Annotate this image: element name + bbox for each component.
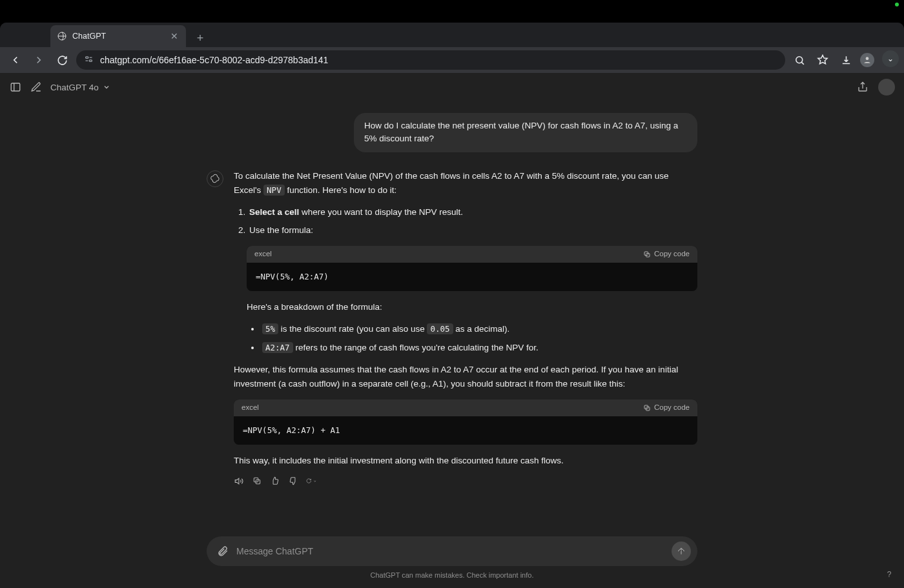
chevron-down-icon <box>103 83 110 91</box>
assistant-message-row: To calculate the Net Present Value (NPV)… <box>207 169 697 487</box>
steps-list: Select a cell where you want to display … <box>234 205 697 238</box>
thumbs-down-icon[interactable] <box>288 476 298 486</box>
code-lang: excel <box>241 401 643 414</box>
tab-strip: ChatGPT ✕ + <box>0 23 904 47</box>
svg-rect-2 <box>89 60 92 62</box>
profile-avatar[interactable] <box>860 53 874 67</box>
tab-close-icon[interactable]: ✕ <box>169 31 180 41</box>
list-item: A2:A7 refers to the range of cash flows … <box>261 341 697 355</box>
url-text: chatgpt.com/c/66ef16ae-5c70-8002-acd9-d2… <box>100 55 777 65</box>
page-content: ChatGPT 4o How do I calculate the net pr… <box>0 73 904 588</box>
model-name: ChatGPT 4o <box>50 83 99 92</box>
copy-icon[interactable] <box>252 476 262 486</box>
back-button[interactable] <box>6 51 25 69</box>
new-tab-button[interactable]: + <box>191 29 209 47</box>
downloads-icon[interactable] <box>837 51 855 69</box>
chatgpt-favicon-icon <box>57 31 67 41</box>
breakdown-list: 5% is the discount rate (you can also us… <box>247 322 697 355</box>
composer-area: ChatGPT can make mistakes. Check importa… <box>0 536 904 588</box>
help-button[interactable]: ? <box>883 570 895 582</box>
list-item: Select a cell where you want to display … <box>248 205 697 219</box>
attach-icon[interactable] <box>217 545 229 557</box>
breakdown-intro: Here's a breakdown of the formula: <box>247 300 697 314</box>
inline-code: NPV <box>263 185 285 196</box>
thumbs-up-icon[interactable] <box>270 476 280 486</box>
forward-button[interactable] <box>30 51 48 69</box>
regenerate-icon[interactable] <box>306 476 316 486</box>
address-bar[interactable]: chatgpt.com/c/66ef16ae-5c70-8002-acd9-d2… <box>76 50 785 70</box>
maximize-dot[interactable] <box>895 3 899 6</box>
app-header: ChatGPT 4o <box>0 73 904 101</box>
chat-scroll-area[interactable]: How do I calculate the net present value… <box>0 101 904 536</box>
user-message-bubble[interactable]: How do I calculate the net present value… <box>354 113 697 152</box>
model-selector[interactable]: ChatGPT 4o <box>50 83 110 92</box>
code-block: excel Copy code =NPV(5%, A2:A7) <box>247 246 697 292</box>
new-chat-icon[interactable] <box>30 81 43 94</box>
browser-window: ChatGPT ✕ + ⌄ chatgpt.com/c/66ef16ae-5c7… <box>0 23 904 588</box>
browser-tab[interactable]: ChatGPT ✕ <box>50 25 186 47</box>
however-para: However, this formula assumes that the c… <box>234 363 697 392</box>
code-block: excel Copy code =NPV(5%, A2:A7) + A1 <box>234 400 697 445</box>
svg-point-3 <box>796 56 802 63</box>
disclaimer-text: ChatGPT can make mistakes. Check importa… <box>371 571 534 579</box>
svg-rect-8 <box>11 83 20 91</box>
code-content[interactable]: =NPV(5%, A2:A7) <box>247 263 697 292</box>
bookmark-icon[interactable] <box>814 51 832 69</box>
sidebar-toggle-icon[interactable] <box>9 81 22 94</box>
code-content[interactable]: =NPV(5%, A2:A7) + A1 <box>234 416 697 445</box>
code-lang: excel <box>254 248 643 260</box>
assistant-avatar-icon <box>207 170 223 187</box>
list-item: 5% is the discount rate (you can also us… <box>261 322 697 336</box>
user-message-row: How do I calculate the net present value… <box>207 113 697 152</box>
tab-title: ChatGPT <box>72 32 164 41</box>
share-icon[interactable] <box>856 81 869 94</box>
site-settings-icon[interactable] <box>84 54 94 66</box>
copy-code-button[interactable]: Copy code <box>643 401 690 414</box>
copy-code-button[interactable]: Copy code <box>643 248 690 260</box>
list-item: Use the formula: <box>248 223 697 238</box>
search-icon[interactable] <box>790 51 808 69</box>
assistant-message-body: To calculate the Net Present Value (NPV)… <box>234 169 697 487</box>
macos-traffic-lights <box>895 3 899 6</box>
read-aloud-icon[interactable] <box>234 476 244 486</box>
svg-rect-1 <box>86 57 88 59</box>
closing-para: This way, it includes the initial invest… <box>234 454 697 468</box>
message-input[interactable] <box>236 546 664 556</box>
svg-point-4 <box>866 57 869 60</box>
message-composer[interactable] <box>207 536 697 566</box>
assistant-intro: To calculate the Net Present Value (NPV)… <box>234 169 697 198</box>
browser-toolbar: chatgpt.com/c/66ef16ae-5c70-8002-acd9-d2… <box>0 47 904 73</box>
send-button[interactable] <box>672 542 691 561</box>
message-actions <box>234 476 697 486</box>
tab-dropdown-button[interactable]: ⌄ <box>882 50 899 67</box>
user-avatar[interactable] <box>878 79 895 96</box>
reload-button[interactable] <box>53 51 71 69</box>
